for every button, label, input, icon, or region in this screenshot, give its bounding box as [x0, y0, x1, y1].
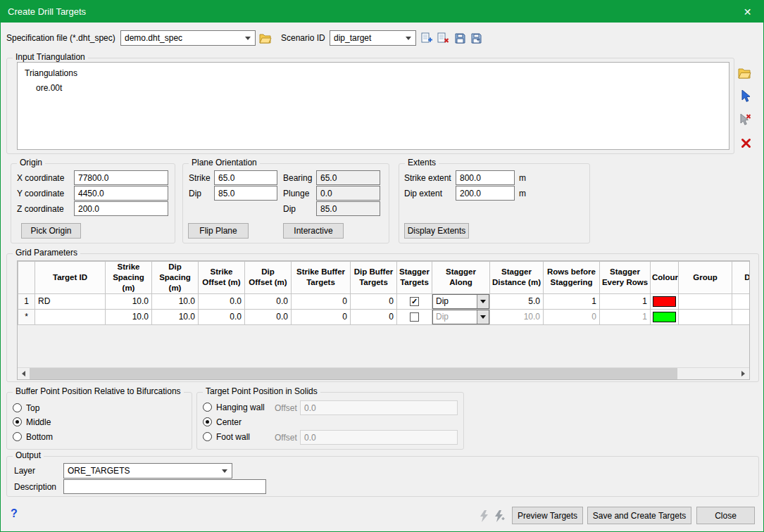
remove-all-icon[interactable]	[739, 136, 753, 150]
cell-stagger-along[interactable]: Dip	[432, 293, 490, 309]
cell-d[interactable]	[732, 293, 751, 309]
scroll-right-button[interactable]	[737, 368, 749, 379]
cell-stagger-targets[interactable]: ✓	[397, 293, 432, 309]
cell-stagger-distance[interactable]: 5.0	[490, 293, 544, 309]
grid-parameters-group: Grid Parameters Target ID Strike Spacing…	[6, 253, 759, 382]
cell-dip-buffer[interactable]: 0	[351, 309, 397, 324]
cell-strike-spacing[interactable]: 10.0	[106, 309, 152, 324]
display-extents-button[interactable]: Display Extents	[404, 223, 469, 239]
cell-group[interactable]	[679, 293, 732, 309]
dip-value: 85.0	[218, 189, 234, 198]
save-and-create-targets-button[interactable]: Save and Create Targets	[587, 507, 691, 524]
preview-targets-button[interactable]: Preview Targets	[512, 507, 583, 524]
radio-foot-wall[interactable]: Foot wall	[203, 431, 250, 442]
cell-strike-offset[interactable]: 0.0	[199, 293, 245, 309]
radio-middle-label: Middle	[26, 417, 51, 427]
radio-center[interactable]: Center	[203, 417, 242, 427]
cell-stagger-along[interactable]: Dip	[432, 309, 490, 324]
stagger-checkbox[interactable]: ✓	[410, 297, 419, 306]
open-spec-folder-icon[interactable]	[258, 31, 273, 45]
cell-target-id[interactable]	[35, 309, 106, 324]
cell-strike-buffer[interactable]: 0	[292, 309, 351, 324]
description-input[interactable]	[63, 479, 266, 494]
cell-dip-offset[interactable]: 0.0	[245, 293, 292, 309]
cell-stagger-distance[interactable]: 10.0	[490, 309, 544, 324]
radio-top[interactable]: Top	[13, 403, 39, 413]
y-coordinate-label: Y coordinate	[17, 186, 64, 201]
z-coordinate-input[interactable]: 200.0	[74, 201, 168, 216]
stagger-along-dropdown[interactable]: Dip	[432, 294, 489, 309]
cell-colour[interactable]	[651, 309, 679, 324]
col-dip-spacing: Dip Spacing (m)	[152, 262, 199, 294]
strike-label: Strike	[189, 170, 211, 186]
x-coordinate-input[interactable]: 77800.0	[74, 170, 168, 185]
load-triangulation-folder-icon[interactable]	[737, 66, 751, 80]
tree-item-file[interactable]: ore.00t	[18, 80, 729, 95]
row-header[interactable]: 1	[18, 293, 35, 309]
hanging-wall-offset-input: 0.0	[300, 400, 458, 415]
save-scenario-as-icon[interactable]	[469, 31, 483, 45]
strike-extent-value: 800.0	[460, 173, 481, 183]
interactive-button[interactable]: Interactive	[283, 223, 344, 239]
plunge-input: 0.0	[316, 186, 380, 201]
scrollbar-thumb[interactable]	[30, 368, 677, 379]
dropdown-button[interactable]	[477, 310, 489, 324]
run-add-lightning-icon[interactable]	[492, 509, 506, 523]
pick-origin-button[interactable]: Pick Origin	[21, 223, 81, 239]
cell-dip-buffer[interactable]: 0	[351, 293, 397, 309]
triangulation-list[interactable]: Triangulations ore.00t	[17, 62, 729, 150]
run-lightning-icon[interactable]	[477, 509, 491, 523]
stagger-checkbox[interactable]	[410, 312, 419, 322]
deselect-cursor-icon[interactable]	[738, 113, 752, 127]
cell-colour[interactable]	[651, 293, 679, 309]
close-button[interactable]: ✕	[732, 1, 763, 23]
radio-middle[interactable]: Middle	[13, 417, 51, 427]
spec-file-combo[interactable]: demo.dht_spec	[120, 30, 256, 46]
row-header[interactable]: *	[18, 309, 35, 324]
cell-group[interactable]	[679, 309, 732, 324]
dip-extent-input[interactable]: 200.0	[456, 186, 515, 201]
dip-input[interactable]: 85.0	[214, 186, 277, 201]
bearing-input: 65.0	[316, 170, 380, 185]
flip-plane-label: Flip Plane	[199, 226, 237, 236]
save-scenario-icon[interactable]	[453, 31, 467, 45]
dropdown-button[interactable]	[477, 295, 489, 308]
cell-dip-spacing[interactable]: 10.0	[152, 309, 199, 324]
scenario-id-combo[interactable]: dip_target	[330, 30, 416, 46]
cell-stagger-every[interactable]: 1	[600, 309, 651, 324]
strike-extent-label: Strike extent	[404, 170, 451, 186]
y-coordinate-input[interactable]: 4450.0	[74, 186, 168, 201]
cell-stagger-targets[interactable]	[397, 309, 432, 324]
col-stagger-targets: Stagger Targets	[397, 262, 432, 294]
cell-strike-offset[interactable]: 0.0	[199, 309, 245, 324]
radio-hanging-wall[interactable]: Hanging wall	[203, 402, 265, 412]
scenario-id-label: Scenario ID	[281, 30, 325, 46]
horizontal-scrollbar[interactable]	[18, 367, 749, 379]
layer-combo[interactable]: ORE_TARGETS	[63, 463, 232, 479]
cell-dip-spacing[interactable]: 10.0	[152, 293, 199, 309]
close-dialog-button[interactable]: Close	[696, 507, 755, 524]
tree-item-root[interactable]: Triangulations	[18, 65, 729, 80]
scroll-left-button[interactable]	[18, 368, 30, 379]
cell-rows-before[interactable]: 1	[544, 293, 600, 309]
stagger-along-dropdown[interactable]: Dip	[432, 310, 489, 324]
cell-strike-buffer[interactable]: 0	[292, 293, 351, 309]
delete-scenario-icon[interactable]	[436, 31, 450, 45]
cell-dip-offset[interactable]: 0.0	[245, 309, 292, 324]
stagger-along-value: Dip	[433, 295, 477, 308]
colour-swatch[interactable]	[653, 296, 676, 307]
select-cursor-icon[interactable]	[738, 89, 752, 103]
cell-rows-before[interactable]: 0	[544, 309, 600, 324]
strike-extent-input[interactable]: 800.0	[456, 170, 515, 185]
strike-input[interactable]: 65.0	[214, 170, 277, 185]
radio-bottom[interactable]: Bottom	[13, 431, 53, 442]
colour-swatch[interactable]	[653, 312, 676, 322]
flip-plane-button[interactable]: Flip Plane	[188, 223, 249, 239]
cell-d[interactable]	[732, 309, 751, 324]
cell-stagger-every[interactable]: 1	[600, 293, 651, 309]
add-scenario-icon[interactable]	[420, 31, 434, 45]
cell-strike-spacing[interactable]: 10.0	[106, 293, 152, 309]
chevron-down-icon	[245, 37, 251, 40]
help-icon[interactable]: ?	[11, 507, 18, 520]
cell-target-id[interactable]: RD	[35, 293, 106, 309]
